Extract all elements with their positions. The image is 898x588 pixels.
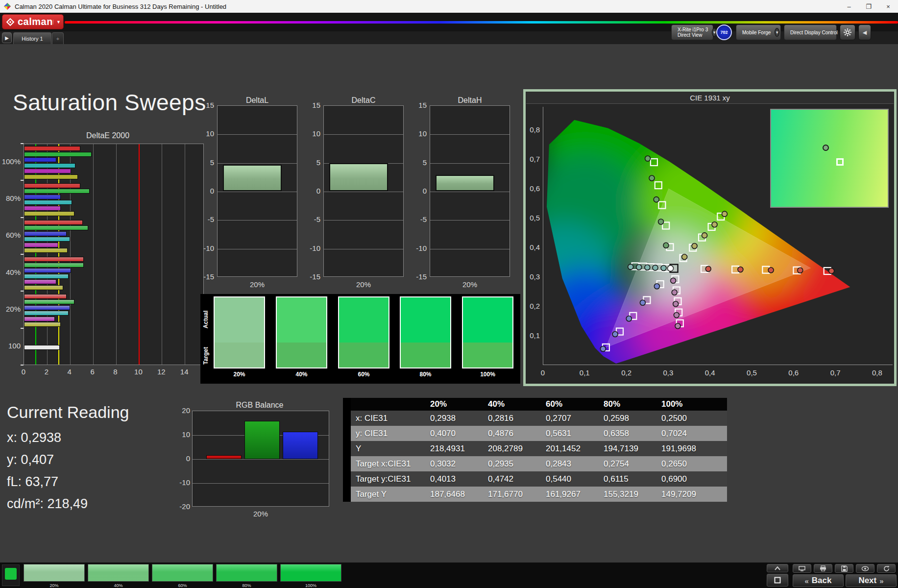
- stop-measure-button[interactable]: [767, 574, 788, 587]
- tab-history-1[interactable]: History 1: [13, 32, 51, 44]
- page-title: Saturation Sweeps: [13, 89, 206, 116]
- deltaC-bar: [329, 163, 388, 191]
- deltaL-bar: [223, 165, 282, 191]
- deltae-bar-100%-3: [24, 163, 75, 168]
- meter-status-bar: [673, 26, 675, 38]
- y-tick-label: -5: [304, 215, 320, 223]
- gridline: [430, 249, 510, 249]
- pattern-window[interactable]: [2, 564, 20, 586]
- titlebar: Calman 2020 Calman Ultimate for Business…: [0, 0, 898, 13]
- display-window-button[interactable]: [793, 564, 811, 573]
- gridline: [430, 163, 510, 164]
- rgb-y-tick: 0: [172, 454, 190, 463]
- view-toggle-button[interactable]: [856, 564, 874, 573]
- deltaC-title: DeltaC: [323, 96, 404, 105]
- table-cell: 191,9698: [661, 444, 719, 454]
- y-tick-label: 5: [197, 158, 214, 167]
- deltaH-x-label: 20%: [430, 280, 510, 289]
- next-button[interactable]: Next »: [846, 574, 897, 587]
- meter-profile-badge[interactable]: 702: [716, 24, 732, 40]
- actual-swatch-60%: [339, 297, 388, 343]
- close-button[interactable]: ×: [878, 0, 898, 13]
- pattern-thumb-40%[interactable]: [88, 564, 149, 582]
- display-control-dropdown[interactable]: Direct Display Control ▼: [784, 24, 837, 40]
- y-tick-label: 15: [197, 101, 214, 109]
- source-dropdown[interactable]: Mobile Forge ▼: [736, 24, 781, 40]
- table-cell: 0,7024: [661, 429, 719, 439]
- deltaL-title: DeltaL: [217, 96, 297, 105]
- deltae-bar-40%-5: [24, 285, 63, 290]
- deltae-bar-100%-4: [24, 169, 71, 173]
- table-cell: 0,3032: [430, 459, 488, 469]
- axis-tick: [21, 180, 24, 181]
- history-panel-toggle[interactable]: ▶: [2, 32, 12, 43]
- y-tick-label: -10: [197, 244, 214, 252]
- y-tick-label: 15: [304, 101, 320, 109]
- pattern-thumb-100%[interactable]: [280, 564, 341, 582]
- row-label: y: CIE31: [351, 429, 430, 439]
- deltae-bar-20%-4: [24, 317, 55, 321]
- refresh-button[interactable]: [877, 564, 896, 573]
- gridline: [185, 144, 185, 365]
- print-report-button[interactable]: [814, 564, 832, 573]
- settings-button[interactable]: [840, 24, 855, 40]
- calman-menu-button[interactable]: calman ▼: [2, 14, 64, 29]
- cie-x-tick: 0,2: [619, 368, 634, 377]
- deltae-bar-20%-1: [24, 299, 74, 304]
- column-header: 20%: [430, 399, 488, 409]
- source-status-bar: [737, 26, 739, 38]
- reading-cdm2: cd/m²: 218,49: [7, 496, 88, 512]
- pattern-thumb-80%[interactable]: [216, 564, 277, 582]
- deltae-bar-60%-2: [24, 231, 67, 236]
- chevron-down-icon: ▼: [775, 28, 779, 37]
- deltae-bar-100%-5: [24, 174, 78, 179]
- table-row: Y218,4931208,2789201,1452194,7139191,969…: [351, 441, 727, 456]
- maximize-button[interactable]: ❐: [859, 0, 878, 13]
- add-tab-button[interactable]: +: [52, 32, 64, 44]
- table-cell: 0,2650: [661, 459, 719, 469]
- display-status-bar: [785, 26, 787, 38]
- table-cell: 0,2707: [546, 414, 604, 423]
- table-cell: 0,4742: [488, 474, 546, 484]
- gridline: [193, 483, 329, 484]
- pattern-thumb-60%[interactable]: [152, 564, 213, 582]
- calman-window: Calman 2020 Calman Ultimate for Business…: [0, 0, 898, 588]
- cie-y-tick: 0,1: [522, 331, 540, 340]
- swatch-label: 40%: [276, 371, 327, 378]
- eye-icon: [861, 566, 869, 571]
- cie-x-tick: 0,8: [869, 368, 885, 377]
- gridline: [218, 192, 297, 192]
- y-tick-label: 10: [410, 129, 427, 138]
- pattern-thumb-20%[interactable]: [24, 564, 85, 582]
- deltae-bar-20%-0: [24, 294, 67, 299]
- deltae-bar-80%-3: [24, 200, 72, 205]
- cie-x-tick: 0,1: [577, 368, 592, 377]
- rgb-y-tick: 20: [172, 406, 190, 415]
- save-session-button[interactable]: [835, 564, 853, 573]
- calman-wordmark: calman: [18, 16, 53, 27]
- deltae-bar-80%-2: [24, 195, 61, 199]
- minimize-button[interactable]: –: [839, 0, 859, 13]
- back-button[interactable]: « Back: [793, 574, 844, 587]
- meter-dropdown[interactable]: X-Rite i1Pro 3Direct View ▼: [671, 24, 713, 40]
- gridline: [116, 144, 117, 365]
- cie-x-tick: 0,5: [744, 368, 760, 377]
- table-cell: 187,6468: [430, 490, 488, 499]
- deltae-bar-60%-1: [24, 225, 88, 230]
- reading-fl: fL: 63,77: [7, 474, 58, 490]
- disk-icon: [841, 565, 848, 572]
- gridline: [430, 220, 510, 220]
- stop-icon: [774, 577, 781, 584]
- table-cell: 161,9267: [546, 490, 604, 499]
- expand-tray-button[interactable]: [767, 564, 788, 572]
- table-cell: 0,2598: [604, 414, 661, 423]
- y-tick-label: 0: [410, 187, 427, 195]
- collapse-panel-button[interactable]: ◀: [858, 24, 871, 40]
- deltae-bar-80%-0: [24, 183, 80, 188]
- pattern-thumb-label: 100%: [280, 583, 341, 588]
- target-swatch-40%: [277, 343, 326, 368]
- swatch-column-20%: [214, 296, 265, 368]
- chevron-up-icon: [775, 566, 780, 570]
- red-reference-line: [139, 144, 140, 365]
- y-tick-label: 10: [304, 129, 320, 138]
